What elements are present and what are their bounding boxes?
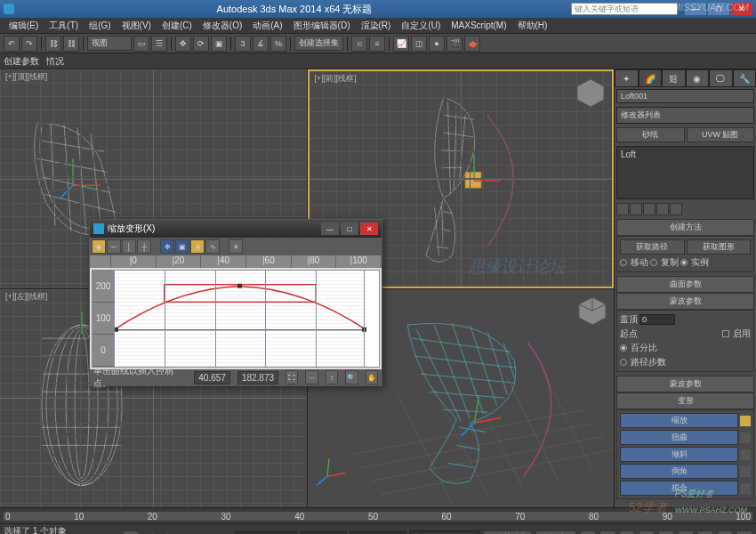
rollout-surface[interactable]: 曲面参数 xyxy=(616,276,754,293)
insert-corner-button[interactable]: ★ xyxy=(190,239,205,254)
unlink-button[interactable]: ⛓ xyxy=(63,36,79,52)
pan-button[interactable]: ✋ xyxy=(697,530,713,535)
make-symmetrical-button[interactable]: ◆ xyxy=(92,239,106,254)
move-point-button[interactable]: ✥ xyxy=(160,239,174,254)
play-button[interactable]: ▶ xyxy=(580,530,596,535)
dialog-maximize-button[interactable]: □ xyxy=(341,222,358,235)
select-button[interactable]: ▭ xyxy=(133,36,149,52)
modify-tab[interactable]: 🌈 xyxy=(639,69,663,87)
stack-item-loft[interactable]: Loft xyxy=(619,149,752,160)
minimize-button[interactable]: — xyxy=(685,3,706,15)
viewport-label[interactable]: [+][顶][线框] xyxy=(5,71,47,83)
bevel-toggle-icon[interactable] xyxy=(740,466,751,477)
menu-maxscript[interactable]: MAXScript(M) xyxy=(446,20,511,30)
insert-bezier-button[interactable]: ∿ xyxy=(205,239,220,254)
close-button[interactable]: ✕ xyxy=(731,3,752,15)
get-shape-button[interactable]: 获取图形 xyxy=(687,239,752,255)
menu-modifiers[interactable]: 修改器(O) xyxy=(197,20,247,32)
get-path-button[interactable]: 获取路径 xyxy=(620,239,685,255)
copy-radio[interactable] xyxy=(650,259,657,266)
viewport-label[interactable]: [+][左][线框] xyxy=(5,291,47,303)
deformation-curve[interactable] xyxy=(114,287,366,330)
instance-radio[interactable] xyxy=(680,259,688,266)
coord-x-field[interactable]: 40.657 xyxy=(194,371,230,384)
configure-button[interactable] xyxy=(670,203,682,215)
scale-deformation-dialog[interactable]: 缩放变形(X) — □ ✕ ◆ ─ │ ┼ ✥ ▣ ★ ∿ ✕ |0|20|40… xyxy=(89,219,382,386)
menu-edit[interactable]: 编辑(E) xyxy=(4,20,44,32)
fit-deform-button[interactable]: 拟合 xyxy=(620,481,738,496)
pan-button[interactable]: ✋ xyxy=(366,370,378,384)
menu-tools[interactable]: 工具(T) xyxy=(44,20,84,32)
move-radio[interactable] xyxy=(620,259,627,266)
help-search-input[interactable]: 键入关键字或短语 xyxy=(571,3,678,15)
display-tab[interactable]: 🖵 xyxy=(709,69,733,87)
viewcube[interactable] xyxy=(575,293,610,328)
dialog-close-button[interactable]: ✕ xyxy=(360,222,378,235)
redo-button[interactable]: ↷ xyxy=(21,36,37,52)
move-button[interactable]: ✥ xyxy=(175,36,191,52)
hierarchy-tab[interactable]: ⛓ xyxy=(662,69,686,87)
goto-start-button[interactable]: ⏮ xyxy=(599,530,615,535)
scale-button[interactable]: ▣ xyxy=(211,36,227,52)
rollout-skin[interactable]: 蒙皮参数 xyxy=(616,293,754,310)
rollout-deform[interactable]: 蒙皮参数 xyxy=(616,376,754,392)
prev-frame-button[interactable]: ◀ xyxy=(619,530,635,535)
angle-snap[interactable]: ∡ xyxy=(253,36,269,52)
teeter-deform-button[interactable]: 倾斜 xyxy=(620,447,738,462)
percent-radio[interactable] xyxy=(620,344,627,352)
pin-stack-button[interactable] xyxy=(616,203,629,215)
next-frame-button[interactable]: ▶ xyxy=(639,530,655,535)
link-button[interactable]: ⛓ xyxy=(45,36,61,52)
twist-deform-button[interactable]: 扭曲 xyxy=(620,430,738,445)
align-button[interactable]: ≡ xyxy=(369,36,385,52)
display-y-button[interactable]: │ xyxy=(122,239,136,254)
menu-group[interactable]: 组(G) xyxy=(84,20,116,32)
render-setup-button[interactable]: 🎬 xyxy=(446,36,462,52)
schematic-button[interactable]: ◫ xyxy=(411,36,427,52)
menu-create[interactable]: 创建(C) xyxy=(157,20,197,32)
viewport-label[interactable]: [+][前][线框] xyxy=(315,73,357,85)
menu-customize[interactable]: 自定义(U) xyxy=(396,20,446,32)
zoom-button[interactable]: 🔍 xyxy=(345,370,358,384)
time-slider[interactable]: 0102030405060708090100 xyxy=(0,507,756,523)
ribbon-tab-2[interactable]: 情况 xyxy=(46,55,64,68)
twist-toggle-icon[interactable] xyxy=(740,433,751,443)
undo-button[interactable]: ↶ xyxy=(4,36,20,52)
pathsteps-radio[interactable] xyxy=(620,359,627,366)
fit-toggle-icon[interactable] xyxy=(740,483,751,494)
menu-rendering[interactable]: 渲染(R) xyxy=(356,20,397,32)
modifier-list-dropdown[interactable]: 修改器列表 xyxy=(616,107,754,124)
rollout-deform-sub[interactable]: 变形 xyxy=(616,392,754,409)
remove-mod-button[interactable] xyxy=(656,203,669,215)
zoom-ext-button[interactable]: ⛶ xyxy=(286,370,298,384)
show-end-button[interactable] xyxy=(630,203,642,215)
material-editor-button[interactable]: ● xyxy=(429,36,445,52)
utilities-tab[interactable]: 🔧 xyxy=(733,69,757,87)
modifier-stack[interactable]: Loft xyxy=(616,146,754,199)
curve-editor-button[interactable]: 📈 xyxy=(393,36,409,52)
menu-help[interactable]: 帮助(H) xyxy=(512,20,553,32)
maximize-button[interactable]: □ xyxy=(708,3,729,15)
cap-spinner[interactable] xyxy=(639,314,675,325)
create-tab[interactable]: ✦ xyxy=(615,69,639,87)
unique-button[interactable] xyxy=(643,203,655,215)
snap-toggle[interactable]: 3 xyxy=(235,36,251,52)
display-x-button[interactable]: ─ xyxy=(107,239,121,254)
control-point[interactable] xyxy=(237,284,242,288)
mirror-button[interactable]: ⎌ xyxy=(351,36,367,52)
rollout-creation[interactable]: 创建方法 xyxy=(616,219,754,236)
viewcube[interactable] xyxy=(573,75,608,110)
dialog-titlebar[interactable]: 缩放变形(X) — □ ✕ xyxy=(90,220,382,238)
render-button[interactable]: 🫖 xyxy=(464,36,480,52)
named-selset-dropdown[interactable]: 创建选择集 xyxy=(294,36,343,51)
menu-animation[interactable]: 动画(A) xyxy=(247,20,287,32)
setkey-button[interactable]: 选定对象 xyxy=(535,530,576,534)
refcoord-dropdown[interactable]: 视图 xyxy=(87,36,132,51)
zoom-button[interactable]: 🔍 xyxy=(678,530,694,535)
display-xy-button[interactable]: ┼ xyxy=(137,239,151,254)
delete-point-button[interactable]: ✕ xyxy=(229,239,243,254)
subtab-1[interactable]: 砂纸 xyxy=(616,127,685,142)
maximize-viewport-button[interactable]: ⛶ xyxy=(736,530,752,535)
scale-deform-button[interactable]: 缩放 xyxy=(620,413,738,428)
subtab-2[interactable]: UVW 贴图 xyxy=(687,127,755,142)
